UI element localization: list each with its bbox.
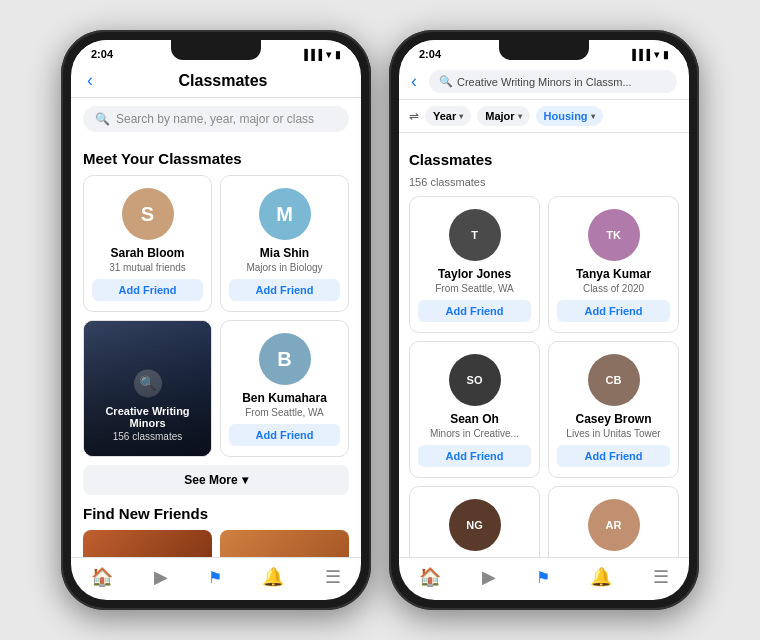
avatar-mia: M	[259, 188, 311, 240]
nav-home-left[interactable]: 🏠	[91, 566, 113, 588]
card-taylor: T Taylor Jones From Seattle, WA Add Frie…	[409, 196, 540, 333]
filter-bar: ⇌ Year ▾ Major ▾ Housing ▾	[399, 100, 689, 133]
search-icon-left: 🔍	[95, 112, 110, 126]
featured-title: Creative Writing Minors	[92, 405, 203, 429]
avatar-taylor: T	[449, 209, 501, 261]
find-friends-title: Find New Friends	[83, 505, 349, 522]
card-mia: M Mia Shin Majors in Biology Add Friend	[220, 175, 349, 312]
back-button-right[interactable]: ‹	[411, 71, 417, 92]
avatar-noah: NG	[449, 499, 501, 551]
wifi-icon: ▾	[326, 49, 331, 60]
right-screen: 2:04 ▐▐▐ ▾ ▮ ‹ 🔍 Creative Writing Minors…	[399, 40, 689, 600]
nav-menu-right[interactable]: ☰	[653, 566, 669, 588]
add-friend-taylor[interactable]: Add Friend	[418, 300, 531, 322]
nav-video-right[interactable]: ▶	[482, 566, 496, 588]
sub-tanya: Class of 2020	[583, 283, 644, 294]
add-friend-tanya[interactable]: Add Friend	[557, 300, 670, 322]
name-tanya: Tanya Kumar	[576, 267, 651, 281]
status-icons-right: ▐▐▐ ▾ ▮	[629, 49, 669, 60]
search-text-right: Creative Writing Minors in Classm...	[457, 76, 632, 88]
back-button-left[interactable]: ‹	[87, 70, 93, 91]
nav-flag-right[interactable]: ⚑	[536, 568, 550, 587]
sub-casey: Lives in Unitas Tower	[566, 428, 660, 439]
time-right: 2:04	[419, 48, 441, 60]
featured-count: 156 classmates	[92, 431, 203, 442]
sub-sarah: 31 mutual friends	[109, 262, 186, 273]
name-sarah: Sarah Bloom	[110, 246, 184, 260]
filter-year[interactable]: Year ▾	[425, 106, 471, 126]
classmates-grid-bottom: 🔍 Creative Writing Minors 156 classmates…	[83, 320, 349, 457]
bottom-nav-right: 🏠 ▶ ⚑ 🔔 ☰	[399, 557, 689, 600]
search-right[interactable]: 🔍 Creative Writing Minors in Classm...	[429, 70, 677, 93]
add-friend-mia[interactable]: Add Friend	[229, 279, 340, 301]
name-ben: Ben Kumahara	[242, 391, 327, 405]
nav-bell-left[interactable]: 🔔	[262, 566, 284, 588]
card-ben: B Ben Kumahara From Seattle, WA Add Frie…	[220, 320, 349, 457]
avatar-alice: AR	[588, 499, 640, 551]
card-casey: CB Casey Brown Lives in Unitas Tower Add…	[548, 341, 679, 478]
nav-home-right[interactable]: 🏠	[419, 566, 441, 588]
avatar-sarah: S	[122, 188, 174, 240]
sub-mia: Majors in Biology	[246, 262, 322, 273]
featured-overlay: Creative Writing Minors 156 classmates	[84, 321, 211, 456]
battery-icon-right: ▮	[663, 49, 669, 60]
notch	[171, 40, 261, 60]
avatar-ben: B	[259, 333, 311, 385]
card-featured[interactable]: 🔍 Creative Writing Minors 156 classmates	[83, 320, 212, 457]
filter-icon[interactable]: ⇌	[409, 109, 419, 123]
time-left: 2:04	[91, 48, 113, 60]
avatar-tanya: TK	[588, 209, 640, 261]
search-icon-right: 🔍	[439, 75, 453, 88]
add-friend-ben[interactable]: Add Friend	[229, 424, 340, 446]
see-more-label: See More	[184, 473, 237, 487]
card-sarah: S Sarah Bloom 31 mutual friends Add Frie…	[83, 175, 212, 312]
section1-title: Meet Your Classmates	[83, 150, 349, 167]
right-grid: T Taylor Jones From Seattle, WA Add Frie…	[409, 196, 679, 557]
chevron-housing: ▾	[591, 112, 595, 121]
sub-taylor: From Seattle, WA	[435, 283, 514, 294]
left-screen: 2:04 ▐▐▐ ▾ ▮ ‹ Classmates 🔍 Search by na…	[71, 40, 361, 600]
search-placeholder-left: Search by name, year, major or class	[116, 112, 314, 126]
card-sean: SO Sean Oh Minors in Creative... Add Fri…	[409, 341, 540, 478]
section-title-right: Classmates	[409, 151, 679, 168]
card-noah: NG Noah Green From Seattle, WA Add Frien…	[409, 486, 540, 557]
bottom-nav-left: 🏠 ▶ ⚑ 🔔 ☰	[71, 557, 361, 600]
notch-right	[499, 40, 589, 60]
nav-bar-right: ‹ 🔍 Creative Writing Minors in Classm...	[399, 64, 689, 100]
wifi-icon-right: ▾	[654, 49, 659, 60]
filter-major-label: Major	[485, 110, 514, 122]
card-tanya: TK Tanya Kumar Class of 2020 Add Friend	[548, 196, 679, 333]
nav-bar-left: ‹ Classmates	[71, 64, 361, 98]
filter-housing-label: Housing	[544, 110, 588, 122]
search-bar-left[interactable]: 🔍 Search by name, year, major or class	[83, 106, 349, 132]
add-friend-sean[interactable]: Add Friend	[418, 445, 531, 467]
right-phone: 2:04 ▐▐▐ ▾ ▮ ‹ 🔍 Creative Writing Minors…	[389, 30, 699, 610]
filter-year-label: Year	[433, 110, 456, 122]
scroll-content-right: Classmates 156 classmates T Taylor Jones…	[399, 133, 689, 557]
filter-housing[interactable]: Housing ▾	[536, 106, 603, 126]
page-title-left: Classmates	[101, 72, 345, 90]
battery-icon: ▮	[335, 49, 341, 60]
chevron-major: ▾	[518, 112, 522, 121]
see-more-button[interactable]: See More ▾	[83, 465, 349, 495]
nav-menu-left[interactable]: ☰	[325, 566, 341, 588]
name-taylor: Taylor Jones	[438, 267, 511, 281]
find-card-1[interactable]	[83, 530, 212, 557]
add-friend-sarah[interactable]: Add Friend	[92, 279, 203, 301]
find-friends-row	[83, 530, 349, 557]
find-card-2[interactable]	[220, 530, 349, 557]
chevron-down-icon: ▾	[242, 473, 248, 487]
chevron-year: ▾	[459, 112, 463, 121]
left-phone: 2:04 ▐▐▐ ▾ ▮ ‹ Classmates 🔍 Search by na…	[61, 30, 371, 610]
status-icons-left: ▐▐▐ ▾ ▮	[301, 49, 341, 60]
classmates-count: 156 classmates	[409, 176, 679, 188]
add-friend-casey[interactable]: Add Friend	[557, 445, 670, 467]
filter-major[interactable]: Major ▾	[477, 106, 529, 126]
classmates-grid-top: S Sarah Bloom 31 mutual friends Add Frie…	[83, 175, 349, 312]
card-alice: AR Alice Rissler Class of 2021 Add Frien…	[548, 486, 679, 557]
nav-flag-left[interactable]: ⚑	[208, 568, 222, 587]
scroll-content-left: Meet Your Classmates S Sarah Bloom 31 mu…	[71, 140, 361, 557]
name-casey: Casey Brown	[575, 412, 651, 426]
nav-bell-right[interactable]: 🔔	[590, 566, 612, 588]
nav-video-left[interactable]: ▶	[154, 566, 168, 588]
